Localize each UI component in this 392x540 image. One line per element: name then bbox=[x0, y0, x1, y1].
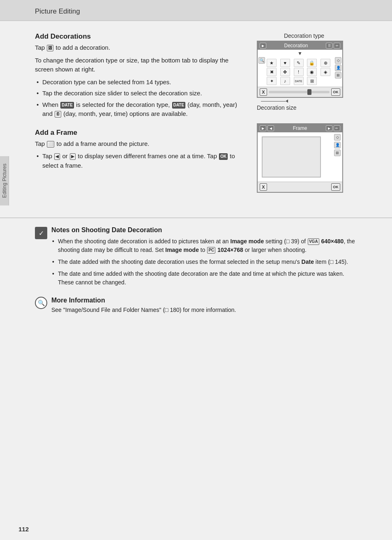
diamond-icon: ◇ bbox=[335, 57, 341, 64]
deco-pencil: ✎ bbox=[294, 59, 304, 67]
xga-icon: PC bbox=[207, 247, 215, 254]
bullet-item: When DATE is selected for the decoration… bbox=[35, 100, 244, 119]
frame-bullet-item: Tap ◀ or ▶ to display seven different fr… bbox=[35, 152, 244, 170]
more-info-block: 🔍 More Information See "Image/Sound File… bbox=[35, 297, 357, 314]
decoration-camera-ui: ▶ Decoration ☰ ✏ ▼ 🔍 ★ ♥ bbox=[257, 41, 343, 98]
frame-camera-top-bar: ▶ ◀ Frame ▶ ✏ bbox=[258, 124, 342, 132]
notes-bullet-2: The date added with the shooting date de… bbox=[51, 258, 357, 266]
ok-button[interactable]: OK bbox=[331, 88, 340, 96]
decoration-type-label: Decoration type bbox=[257, 32, 351, 39]
notes-list: When the shooting date decoration is add… bbox=[51, 237, 357, 287]
frame-diamond-icon: ◇ bbox=[334, 134, 341, 141]
size-slider-row: X OK bbox=[258, 87, 342, 97]
left-side-icons: 🔍 bbox=[258, 57, 265, 64]
more-info-text: See "Image/Sound File and Folder Names" … bbox=[51, 306, 236, 314]
frame-diagram-wrapper: ▶ ◀ Frame ▶ ✏ ◇ 👤 ⊞ bbox=[257, 123, 351, 193]
frame-person-icon: 👤 bbox=[334, 142, 341, 148]
bullet-item: Tap the decoration size slider to select… bbox=[35, 89, 244, 98]
deco-diamond: ◈ bbox=[321, 68, 330, 76]
right-arrow-icon: ▶ bbox=[70, 153, 76, 160]
menu-icon: ☰ bbox=[326, 43, 332, 48]
frame-right-icon: ▶ bbox=[326, 125, 332, 131]
notes-content: Notes on Shooting Date Decoration When t… bbox=[51, 226, 357, 290]
deco-calendar: ⊞ bbox=[307, 77, 317, 85]
deco-lock: 🔒 bbox=[307, 59, 317, 67]
camera-top-bar: ▶ Decoration ☰ ✏ bbox=[258, 42, 342, 50]
decoration-tap-icon: 🖼 bbox=[47, 45, 53, 51]
frame-label: Frame bbox=[293, 125, 307, 131]
decoration-grid: ★ ♥ ✎ 🔒 ⊕ ✖ ✤ ! ◉ ◈ ✦ ♪ DATE ⊞ bbox=[267, 57, 333, 87]
add-frame-intro: Tap ⬜ to add a frame around the picture. bbox=[35, 139, 244, 149]
add-decorations-intro1: Tap 🖼 to add a decoration. bbox=[35, 43, 244, 53]
camera-label: Decoration bbox=[284, 43, 308, 48]
deco-plus: ⊕ bbox=[321, 59, 330, 67]
frame-ok-button[interactable]: OK bbox=[331, 183, 340, 191]
frame-preview-inner bbox=[262, 136, 321, 178]
right-column: Decoration type ▶ Decoration ☰ ✏ ▼ 🔍 bbox=[257, 32, 351, 193]
pencil-icon: ✏ bbox=[334, 43, 340, 48]
deco-arrow: ✦ bbox=[267, 77, 277, 85]
date-icon-3: 🗓 bbox=[55, 111, 61, 118]
add-decorations-title: Add Decorations bbox=[35, 32, 244, 41]
vga-icon: VGA bbox=[308, 238, 319, 245]
frame-camera-ui: ▶ ◀ Frame ▶ ✏ ◇ 👤 ⊞ bbox=[257, 123, 343, 193]
size-arrow-row bbox=[261, 99, 351, 103]
header-bar: Picture Editing bbox=[0, 0, 392, 21]
size-slider-thumb[interactable] bbox=[307, 89, 311, 95]
sidebar-tab: Editing Pictures bbox=[0, 156, 9, 205]
x-button[interactable]: X bbox=[260, 88, 267, 96]
frame-grid-icon: ⊞ bbox=[334, 150, 341, 156]
deco-cross: ✖ bbox=[267, 68, 277, 76]
zoom-icon: 🔍 bbox=[258, 57, 265, 64]
more-info-title: More Information bbox=[51, 297, 236, 304]
deco-exclaim: ! bbox=[294, 68, 304, 76]
add-frame-title: Add a Frame bbox=[35, 129, 244, 137]
bullet-item: Decoration type can be selected from 14 … bbox=[35, 78, 244, 87]
ok-icon: OK bbox=[219, 153, 228, 160]
frame-top-left-icons: ▶ ◀ bbox=[260, 125, 274, 131]
notes-icon: ✓ bbox=[35, 227, 47, 239]
frame-pencil-icon: ✏ bbox=[334, 125, 340, 131]
notes-title: Notes on Shooting Date Decoration bbox=[51, 226, 357, 234]
camera-top-right-icons: ☰ ✏ bbox=[326, 43, 340, 48]
add-frame-bullets: Tap ◀ or ▶ to display seven different fr… bbox=[35, 152, 244, 170]
frame-bottom-bar: X OK bbox=[258, 182, 342, 192]
frame-preview-area: ◇ 👤 ⊞ bbox=[258, 132, 342, 182]
deco-flower: ✤ bbox=[280, 68, 290, 76]
size-slider-track[interactable] bbox=[269, 91, 330, 93]
deco-star: ★ bbox=[267, 59, 277, 67]
more-info-content: More Information See "Image/Sound File a… bbox=[51, 297, 236, 314]
sidebar-label: Editing Pictures bbox=[2, 164, 7, 198]
date-icon-2: DATE bbox=[172, 102, 185, 108]
page-number: 112 bbox=[18, 526, 29, 533]
left-column: Add Decorations Tap 🖼 to add a decoratio… bbox=[35, 32, 244, 193]
add-decorations-intro2: To change the decoration type or size, t… bbox=[35, 56, 244, 74]
frame-top-right-icons: ▶ ✏ bbox=[326, 125, 340, 131]
frame-left-icon: ◀ bbox=[267, 125, 274, 131]
main-content: Add Decorations Tap 🖼 to add a decoratio… bbox=[0, 21, 392, 201]
person-icon: 👤 bbox=[335, 65, 341, 71]
more-info-icon: 🔍 bbox=[35, 297, 47, 309]
right-side-icons: ◇ 👤 ⊞ bbox=[335, 57, 341, 78]
deco-heart: ♥ bbox=[280, 59, 290, 67]
deco-music: ♪ bbox=[280, 77, 290, 85]
play-icon: ▶ bbox=[260, 43, 266, 48]
notes-block: ✓ Notes on Shooting Date Decoration When… bbox=[35, 226, 357, 290]
add-frame-section: Add a Frame Tap ⬜ to add a frame around … bbox=[35, 129, 244, 171]
date-icon-1: DATE bbox=[60, 102, 74, 108]
bottom-section: ✓ Notes on Shooting Date Decoration When… bbox=[0, 217, 392, 327]
deco-date: DATE bbox=[294, 77, 304, 85]
size-arrow-line bbox=[261, 101, 286, 102]
add-decorations-bullets: Decoration type can be selected from 14 … bbox=[35, 78, 244, 119]
frame-x-button[interactable]: X bbox=[260, 183, 267, 191]
grid-icon: ⊞ bbox=[335, 72, 341, 78]
frame-tap-icon: ⬜ bbox=[47, 141, 54, 148]
notes-bullet-1: When the shooting date decoration is add… bbox=[51, 237, 357, 254]
deco-circle: ◉ bbox=[307, 68, 317, 76]
decoration-grid-wrapper: 🔍 ★ ♥ ✎ 🔒 ⊕ ✖ ✤ ! ◉ ◈ ✦ ♪ DATE bbox=[258, 57, 342, 87]
camera-top-left-icons: ▶ bbox=[260, 43, 266, 48]
page-title: Picture Editing bbox=[35, 7, 80, 15]
size-arrow-head bbox=[286, 99, 288, 103]
left-arrow-icon: ◀ bbox=[54, 153, 60, 160]
notes-bullet-3: The date and time added with the shootin… bbox=[51, 270, 357, 287]
